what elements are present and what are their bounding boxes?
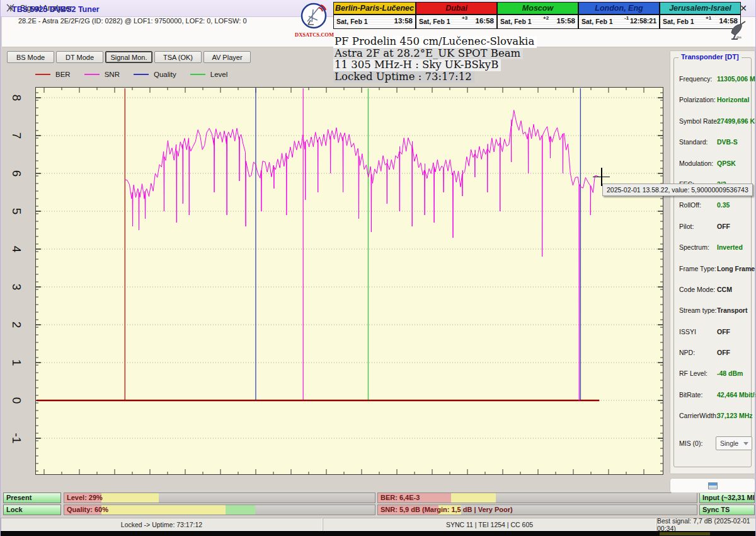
bar-segment [451,493,496,503]
mis-label: MIS (0): [679,440,702,447]
field-frequency-: Frequency:11305,006 MHz [678,69,750,90]
status-best-signal: Best signal: 7,7 dB (2025-02-01 00:34) [656,518,756,531]
field-label: ISSYI [679,328,696,335]
legend-item-snr: SNR [84,71,120,78]
y-tick-label: 2 [9,318,23,332]
satellite-dish-icon: dxs [726,20,749,43]
field-label: Code Mode: [679,286,715,293]
clock-date: Sat, Feb 1 [663,18,694,25]
mis-value: Single [720,440,738,447]
field-symbol-rate-: Symbol Rate:27499,696 KS/s [678,112,750,132]
field-bitrate-: BitRate:42,464 Mbit/s [678,385,750,406]
quality-bar: Quality: 60% [64,504,375,515]
tuner-subtitle: 28.2E - Astra 2E/2F/2G (ID: 0282) @ LOF1… [18,17,247,25]
field-value: 0.35 [717,201,730,209]
legend-swatch [84,74,100,75]
y-tick-label: 3 [9,280,23,294]
field-value: DVB-S [717,138,738,146]
clock-berlin-paris-lu-enec: Berlin-Paris-LučenecSat, Feb 113:58 [334,3,415,28]
field-value: Transport [717,306,747,314]
clock-london-eng: London, EngSat, Feb 1-112:58:21 [578,3,659,28]
transponder-fields: Frequency:11305,006 MHzPolarization:Hori… [678,69,750,428]
sync-ts-indicator: Sync TS [699,504,755,515]
field-label: Polarization: [679,96,716,103]
clock-city-label: Jerusalem-Israel [660,3,740,15]
button-av-player[interactable]: AV Player [203,51,251,63]
clock-date: Sat, Feb 1 [581,18,613,25]
legend-label: Level [210,71,228,78]
field-code-mode-: Code Mode:CCM [678,280,750,301]
legend-swatch [35,74,50,75]
taskbar-strip [1,531,756,536]
clock-moscow: MoscowSat, Feb 1+215:58 [496,3,578,28]
bar-label: BER: 6,4E-3 [381,494,420,501]
y-tick-label: 7 [9,129,23,143]
field-pilot-: Pilot:OFF [678,217,750,238]
bar-segment [226,505,255,515]
field-label: Spectrum: [679,243,709,251]
button-tsa-ok-[interactable]: TSA (OK) [154,51,202,63]
chevron-down-icon [743,442,748,445]
field-standard-: Standard:DVB-S [678,132,750,153]
transponder-groupbox: Transponder [DT] Frequency:11305,006 MHz… [673,57,752,467]
field-label: Pilot: [679,223,694,230]
present-indicator: Present [3,492,61,503]
field-value: OFF [717,349,730,356]
field-value: Long Frame [717,265,755,272]
level-bar: Level: 29% [64,492,375,503]
clock-city-label: Moscow [498,3,578,15]
annotation-overlay: PF Prodelin 450 cm/Lučenec-SlovakiaAstra… [333,36,537,83]
field-value: OFF [717,328,730,335]
field-frame-type-: Frame Type:Long Frame [678,259,750,280]
bar-label: SNR: 5,9 dB (Margin: 1,5 dB | Very Poor) [381,506,513,513]
mis-dropdown[interactable]: Single [716,436,752,450]
clock-date: Sat, Feb 1 [500,18,532,25]
signal-chart[interactable] [35,87,663,475]
clock-city-label: Dubai [416,3,496,15]
field-modulation-: Modulation:QPSK [678,154,750,175]
field-polarization-: Polarization:Horizontal [678,90,750,111]
transponder-title: Transponder [DT] [679,53,742,61]
world-clocks: Berlin-Paris-LučenecSat, Feb 113:58Dubai… [333,2,741,29]
clock-time: 13:58 [394,17,413,25]
y-tick-label: -1 [9,431,23,445]
field-rolloff-: RollOff:0.35 [678,195,750,216]
button-dt-mode[interactable]: DT Mode [56,51,103,63]
panel-mini-button[interactable] [670,478,755,493]
taskbar-accent [660,532,710,535]
field-value: 27499,696 KS/s [717,117,756,125]
y-tick-label: 6 [9,166,23,180]
field-label: NPD: [679,349,695,356]
field-label: Frequency: [679,75,713,83]
field-label: Modulation: [679,160,713,167]
field-value: 11305,006 MHz [717,75,756,83]
legend-label: BER [55,71,71,78]
legend-item-ber: BER [35,71,71,78]
svg-text:dxs: dxs [736,35,742,39]
field-value: -48 dBm [717,370,743,377]
field-value: Horizontal [717,96,749,103]
field-npd-: NPD:OFF [678,343,750,364]
y-tick-label: 5 [9,204,23,218]
mis-row: MIS (0): Single [679,436,753,450]
annotation-line: Astra 2F at 28.2°E_UK SPOT Beam [333,48,523,60]
y-tick-label: 0 [9,393,23,407]
button-bs-mode[interactable]: BS Mode [7,51,54,63]
mode-toolbar: BS ModeDT ModeSignal Mon.TSA (OK)AV Play… [7,51,251,63]
status-sync-counters: SYNC 11 | TEI 1254 | CC 605 [323,518,656,531]
clock-utc-offset: +2 [543,15,549,21]
annotation-line: 11 305 MHz-H : Sky UK-BSkyB [333,59,501,71]
signal-analyzer-window: Signal Analyzer ✕ TBS 5925 DVBS2 Tuner 2… [0,0,756,536]
field-label: BitRate: [679,391,702,399]
clock-time-row: Sat, Feb 113:58 [334,15,415,28]
y-tick-label: 8 [9,91,23,105]
field-rf-level-: RF Level:-48 dBm [678,364,750,385]
bar-segment [101,493,159,503]
clock-date: Sat, Feb 1 [419,18,450,25]
legend-swatch [190,74,205,75]
snr-trace [125,110,599,400]
clock-utc-offset: +3 [462,15,467,21]
field-label: Symbol Rate: [679,117,719,125]
annotation-line: PF Prodelin 450 cm/Lučenec-Slovakia [333,36,537,48]
button-signal-mon-[interactable]: Signal Mon. [105,51,152,63]
